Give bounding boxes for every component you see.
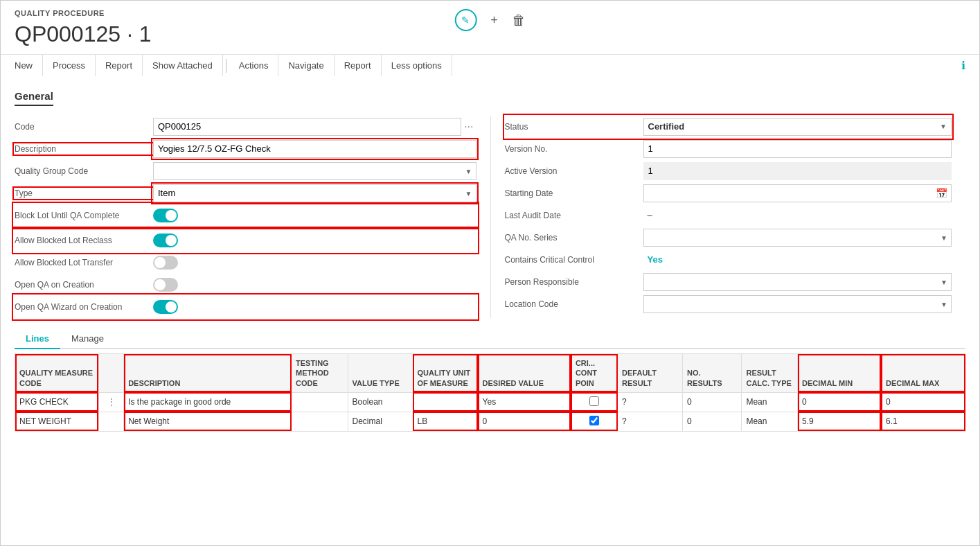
allow-blocked-reclass-label: Allow Blocked Lot Reclass — [15, 236, 153, 245]
calendar-icon[interactable]: 📅 — [936, 188, 947, 199]
row2-dmax[interactable]: 6.1 — [881, 412, 965, 431]
edit-icon[interactable]: ✎ — [454, 9, 476, 31]
row2-ccp[interactable] — [571, 412, 617, 431]
col-header-desc: DESCRIPTION — [124, 354, 292, 393]
row1-ccp[interactable] — [571, 392, 617, 412]
allow-blocked-reclass-toggle[interactable] — [153, 234, 178, 247]
row2-dr[interactable]: ? — [618, 412, 683, 431]
code-ellipsis[interactable]: ··· — [461, 121, 476, 133]
row2-ccp-checkbox[interactable] — [589, 416, 599, 425]
last-audit-value: – — [643, 208, 657, 222]
open-qa-label: Open QA on Creation — [15, 280, 153, 290]
row2-tmc[interactable] — [292, 412, 348, 431]
row1-desc[interactable]: Is the package in good orde — [124, 392, 292, 412]
delete-icon[interactable]: 🗑 — [512, 9, 526, 31]
table-row: NET WEIGHT Net Weight Decimal LB 0 ? 0 M… — [15, 412, 965, 431]
row1-dmin[interactable]: 0 — [798, 392, 882, 412]
version-no-label: Version No. — [505, 144, 643, 154]
col-header-dmin: DECIMAL MIN — [798, 354, 882, 393]
row2-desc[interactable]: Net Weight — [124, 412, 292, 431]
row1-ccp-checkbox[interactable] — [589, 396, 599, 406]
active-version-input — [643, 162, 952, 180]
info-icon: ℹ — [961, 59, 965, 72]
critical-control-label: Contains Critical Control — [505, 255, 643, 265]
row1-dr[interactable]: ? — [618, 392, 683, 412]
table-row: PKG CHECK ⋮ Is the package in good orde … — [15, 392, 965, 412]
row2-quom[interactable]: LB — [413, 412, 478, 431]
general-section-title: General — [15, 90, 53, 106]
location-code-label: Location Code — [505, 299, 643, 309]
row2-dv[interactable]: 0 — [478, 412, 571, 431]
col-header-dmax: DECIMAL MAX — [881, 354, 965, 393]
starting-date-input[interactable] — [643, 184, 952, 202]
description-input[interactable] — [153, 140, 476, 158]
tab-lines[interactable]: Lines — [15, 329, 60, 349]
col-header-quom: QUALITY UNIT OF MEASURE — [413, 354, 478, 393]
quality-group-code-label: Quality Group Code — [15, 166, 153, 176]
critical-control-value: Yes — [643, 252, 667, 267]
row1-nr[interactable]: 0 — [683, 392, 742, 412]
row2-rct[interactable]: Mean — [742, 412, 798, 431]
open-qa-wizard-toggle[interactable] — [153, 300, 178, 314]
row1-rct[interactable]: Mean — [742, 392, 798, 412]
toolbar-navigate[interactable]: Navigate — [278, 55, 334, 76]
description-label: Description — [15, 144, 153, 154]
code-input[interactable] — [153, 118, 461, 136]
block-lot-label: Block Lot Until QA Complete — [15, 211, 153, 220]
active-version-label: Active Version — [505, 166, 643, 176]
row1-dv[interactable]: Yes — [478, 392, 571, 412]
starting-date-label: Starting Date — [505, 188, 643, 198]
toolbar-less-options[interactable]: Less options — [382, 55, 452, 76]
col-header-drag — [98, 354, 123, 393]
status-dropdown-arrow[interactable]: ▼ — [940, 123, 947, 130]
open-qa-wizard-label: Open QA Wizard on Creation — [15, 302, 153, 312]
add-icon[interactable]: + — [490, 9, 498, 31]
person-responsible-select[interactable] — [643, 273, 952, 291]
row2-dmin[interactable]: 5.9 — [798, 412, 882, 431]
version-no-input[interactable] — [643, 140, 952, 158]
open-qa-toggle[interactable] — [153, 278, 178, 292]
status-value: Certified — [648, 121, 685, 132]
col-header-rct: RESULT CALC. TYPE — [742, 354, 798, 393]
col-header-qmc: QUALITY MEASURE CODE — [15, 354, 99, 393]
row2-qmc[interactable]: NET WEIGHT — [15, 412, 99, 431]
toolbar-new[interactable]: New — [15, 55, 43, 76]
col-header-nr: NO. RESULTS — [683, 354, 742, 393]
row2-vt: Decimal — [348, 412, 413, 431]
allow-blocked-transfer-label: Allow Blocked Lot Transfer — [15, 258, 153, 267]
col-header-ccp: CRI... CONT POIN — [571, 354, 617, 393]
qa-no-series-label: QA No. Series — [505, 233, 643, 243]
toolbar-actions[interactable]: Actions — [229, 55, 279, 76]
row1-dmax[interactable]: 0 — [881, 392, 965, 412]
col-header-dr: DEFAULT RESULT — [618, 354, 683, 393]
col-header-dv: DESIRED VALUE — [478, 354, 571, 393]
location-code-select[interactable] — [643, 295, 952, 313]
row1-tmc[interactable] — [292, 392, 348, 412]
toolbar-report2[interactable]: Report — [335, 55, 382, 76]
row2-nr[interactable]: 0 — [683, 412, 742, 431]
col-header-vt: VALUE TYPE — [348, 354, 413, 393]
quality-group-code-select[interactable] — [153, 162, 476, 180]
row2-drag[interactable] — [98, 412, 123, 431]
person-responsible-label: Person Responsible — [505, 277, 643, 287]
row1-quom[interactable] — [413, 392, 478, 412]
block-lot-toggle[interactable] — [153, 209, 178, 222]
last-audit-label: Last Audit Date — [505, 211, 643, 220]
type-select[interactable]: Item — [153, 184, 476, 202]
code-label: Code — [15, 122, 153, 132]
type-label: Type — [15, 188, 153, 198]
tab-manage[interactable]: Manage — [60, 329, 115, 349]
status-label: Status — [505, 122, 643, 132]
row1-vt: Boolean — [348, 392, 413, 412]
col-header-tmc: TESTING METHOD CODE — [292, 354, 348, 393]
toolbar-process[interactable]: Process — [43, 55, 96, 76]
toolbar-show-attached[interactable]: Show Attached — [143, 55, 223, 76]
qa-no-series-select[interactable] — [643, 229, 952, 247]
row1-qmc[interactable]: PKG CHECK — [15, 392, 99, 412]
toolbar-report1[interactable]: Report — [96, 55, 143, 76]
row1-drag[interactable]: ⋮ — [98, 392, 123, 412]
allow-blocked-transfer-toggle[interactable] — [153, 256, 178, 270]
